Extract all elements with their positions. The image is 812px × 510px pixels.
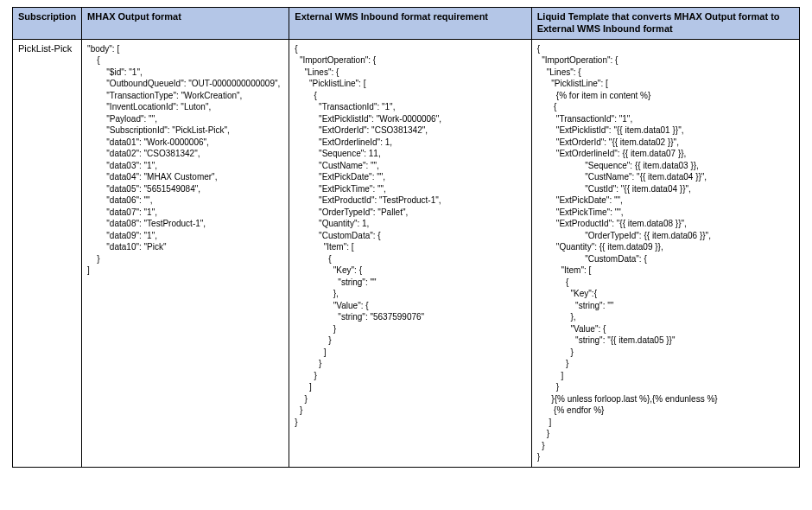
cell-external-wms: { "ImportOperation": { "Lines": { "Pickl… bbox=[289, 39, 531, 467]
format-mapping-table: Subscription MHAX Output format External… bbox=[12, 7, 800, 468]
cell-liquid-template: { "ImportOperation": { "Lines": { "Pickl… bbox=[531, 39, 799, 467]
cell-subscription: PickList-Pick bbox=[13, 39, 82, 467]
table-row: PickList-Pick "body": [ { "$id": "1", "O… bbox=[13, 39, 800, 467]
external-wms-code: { "ImportOperation": { "Lines": { "Pickl… bbox=[295, 43, 525, 429]
page: Subscription MHAX Output format External… bbox=[0, 0, 812, 510]
header-subscription: Subscription bbox=[13, 8, 82, 40]
header-liquid-template: Liquid Template that converts MHAX Outpu… bbox=[531, 8, 799, 40]
mhax-output-code: "body": [ { "$id": "1", "OutboundQueueId… bbox=[87, 43, 283, 277]
header-row: Subscription MHAX Output format External… bbox=[13, 8, 800, 40]
header-mhax-output: MHAX Output format bbox=[82, 8, 289, 40]
liquid-template-code: { "ImportOperation": { "Lines": { "Pickl… bbox=[537, 43, 794, 463]
cell-mhax-output: "body": [ { "$id": "1", "OutboundQueueId… bbox=[82, 39, 289, 467]
header-external-wms: External WMS Inbound format requirement bbox=[289, 8, 531, 40]
